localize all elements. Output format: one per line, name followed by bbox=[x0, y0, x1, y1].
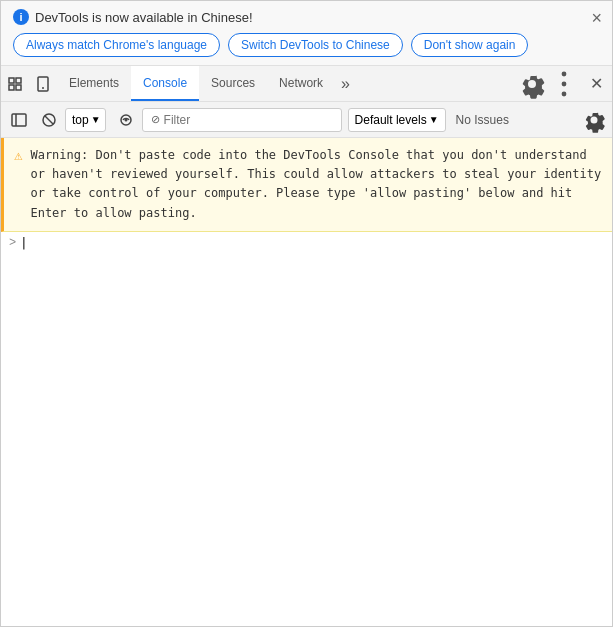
info-banner-title: i DevTools is now available in Chinese! bbox=[13, 9, 600, 25]
log-levels-dropdown[interactable]: Default levels ▼ bbox=[348, 108, 446, 132]
filter-icon: ⊘ bbox=[151, 113, 160, 126]
svg-rect-3 bbox=[16, 85, 21, 90]
svg-rect-1 bbox=[16, 78, 21, 83]
warning-text: Warning: Don't paste code into the DevTo… bbox=[30, 146, 602, 223]
close-devtools-button[interactable]: ✕ bbox=[580, 66, 612, 101]
svg-point-8 bbox=[562, 91, 567, 96]
tab-console[interactable]: Console bbox=[131, 66, 199, 101]
close-banner-button[interactable]: × bbox=[591, 9, 602, 27]
log-levels-label: Default levels bbox=[355, 113, 427, 127]
warning-message: ⚠ Warning: Don't paste code into the Dev… bbox=[1, 138, 612, 232]
tab-elements[interactable]: Elements bbox=[57, 66, 131, 101]
svg-rect-9 bbox=[12, 114, 26, 126]
live-expressions-button[interactable] bbox=[112, 106, 140, 134]
info-banner: i DevTools is now available in Chinese! … bbox=[1, 1, 612, 66]
chevron-down-icon: ▼ bbox=[429, 114, 439, 125]
devtools-settings-button[interactable] bbox=[516, 66, 548, 101]
switch-devtools-button[interactable]: Switch DevTools to Chinese bbox=[228, 33, 403, 57]
svg-point-14 bbox=[124, 118, 127, 121]
prompt-cursor: | bbox=[20, 236, 27, 250]
inspector-icon[interactable] bbox=[1, 70, 29, 98]
info-banner-text: DevTools is now available in Chinese! bbox=[35, 10, 253, 25]
filter-section[interactable]: ⊘ bbox=[142, 108, 342, 132]
svg-rect-2 bbox=[9, 85, 14, 90]
svg-point-6 bbox=[562, 71, 567, 76]
device-toolbar-icon[interactable] bbox=[29, 70, 57, 98]
tab-sources[interactable]: Sources bbox=[199, 66, 267, 101]
no-issues-label: No Issues bbox=[448, 113, 517, 127]
svg-line-12 bbox=[45, 116, 53, 124]
chevron-down-icon: ▼ bbox=[91, 114, 101, 125]
prompt-arrow-icon: > bbox=[9, 236, 16, 250]
sidebar-toggle-button[interactable] bbox=[5, 106, 33, 134]
clear-console-button[interactable] bbox=[35, 106, 63, 134]
tab-network[interactable]: Network bbox=[267, 66, 335, 101]
context-selector[interactable]: top ▼ bbox=[65, 108, 106, 132]
console-toolbar: top ▼ ⊘ Default levels ▼ No Issues bbox=[1, 102, 612, 138]
svg-point-7 bbox=[562, 81, 567, 86]
console-settings-button[interactable] bbox=[580, 106, 608, 134]
info-icon: i bbox=[13, 9, 29, 25]
svg-rect-0 bbox=[9, 78, 14, 83]
info-banner-buttons: Always match Chrome's language Switch De… bbox=[13, 33, 600, 57]
devtools-more-button[interactable] bbox=[548, 66, 580, 101]
context-label: top bbox=[72, 113, 89, 127]
tabs-overflow-button[interactable]: » bbox=[335, 66, 356, 101]
tabs-bar: Elements Console Sources Network » ✕ bbox=[1, 66, 612, 102]
console-prompt[interactable]: > | bbox=[1, 232, 612, 254]
svg-rect-4 bbox=[38, 77, 48, 91]
always-match-button[interactable]: Always match Chrome's language bbox=[13, 33, 220, 57]
tabs-right-buttons: ✕ bbox=[516, 66, 612, 101]
warning-icon: ⚠ bbox=[14, 147, 22, 164]
console-area: ⚠ Warning: Don't paste code into the Dev… bbox=[1, 138, 612, 592]
dont-show-again-button[interactable]: Don't show again bbox=[411, 33, 529, 57]
filter-input[interactable] bbox=[164, 113, 333, 127]
